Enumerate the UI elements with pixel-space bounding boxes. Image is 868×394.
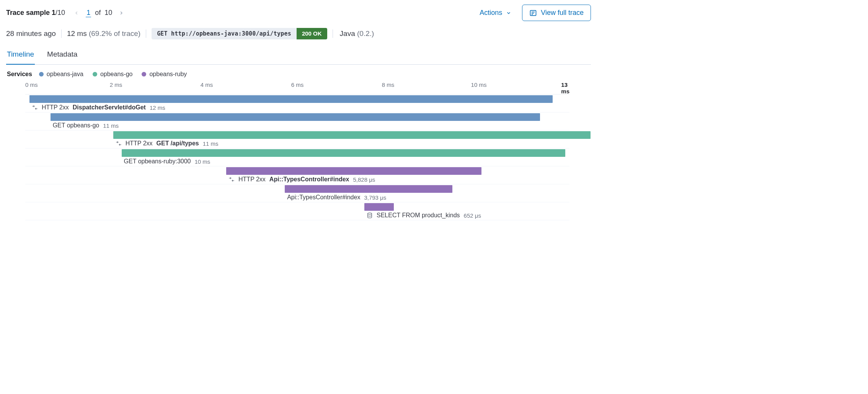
incoming-arrows-icon bbox=[228, 177, 235, 182]
chevron-down-icon bbox=[506, 10, 511, 16]
span-name: GET /api/types bbox=[157, 140, 199, 147]
title-current: 1 bbox=[52, 9, 55, 16]
span-name: DispatcherServlet#doGet bbox=[73, 104, 146, 111]
axis-tick: 2 ms bbox=[110, 81, 122, 88]
waterfall-row[interactable]: Api::TypesController#index3,793 μs bbox=[25, 184, 569, 202]
waterfall-row[interactable]: HTTP 2xxGET /api/types11 ms bbox=[25, 130, 569, 148]
meta-row: 28 minutes ago 12 ms (69.2% of trace) GE… bbox=[6, 28, 591, 39]
span-bar[interactable] bbox=[51, 113, 540, 121]
bar-track bbox=[25, 149, 569, 157]
axis-tick: 13 ms bbox=[561, 81, 569, 94]
axis-tick: 6 ms bbox=[291, 81, 304, 88]
meta-lang-ver: (0.2.) bbox=[357, 29, 374, 37]
axis-tick: 4 ms bbox=[201, 81, 213, 88]
span-name: Api::TypesController#index bbox=[269, 176, 349, 183]
header: Trace sample 1/10 1 of 10 Actions View f… bbox=[6, 5, 591, 21]
span-bar[interactable] bbox=[122, 149, 565, 157]
span-duration: 5,828 μs bbox=[353, 176, 375, 183]
waterfall-row[interactable]: SELECT FROM product_kinds652 μs bbox=[25, 202, 569, 220]
actions-dropdown[interactable]: Actions bbox=[476, 7, 515, 19]
span-bar[interactable] bbox=[29, 95, 553, 103]
pager-current[interactable]: 1 bbox=[86, 9, 91, 17]
http-status: 200 OK bbox=[297, 28, 327, 39]
legend-item[interactable]: opbeans-java bbox=[39, 71, 83, 78]
span-label-line: HTTP 2xxDispatcherServlet#doGet12 ms bbox=[25, 103, 569, 111]
header-right: Actions View full trace bbox=[476, 5, 591, 21]
span-label-line: Api::TypesController#index3,793 μs bbox=[25, 193, 569, 201]
span-name: SELECT FROM product_kinds bbox=[377, 212, 460, 219]
span-bar[interactable] bbox=[113, 131, 591, 139]
span-label-line: SELECT FROM product_kinds652 μs bbox=[25, 211, 569, 219]
axis-tick: 8 ms bbox=[382, 81, 395, 88]
pager-of-label: of bbox=[95, 9, 101, 17]
span-name: GET opbeans-ruby:3000 bbox=[124, 158, 191, 165]
meta-lang-name: Java bbox=[340, 29, 355, 37]
pager: 1 of 10 bbox=[71, 8, 127, 18]
pager-total: 10 bbox=[104, 9, 112, 17]
waterfall-row[interactable]: GET opbeans-go11 ms bbox=[25, 112, 569, 130]
span-bar[interactable] bbox=[226, 167, 481, 175]
trace-icon bbox=[529, 9, 537, 17]
span-duration: 3,793 μs bbox=[364, 194, 386, 201]
tabs: Timeline Metadata bbox=[6, 46, 591, 65]
span-label-line: GET opbeans-ruby:300010 ms bbox=[25, 157, 569, 165]
bar-track bbox=[25, 113, 569, 121]
waterfall-row[interactable]: GET opbeans-ruby:300010 ms bbox=[25, 148, 569, 166]
meta-sep bbox=[333, 29, 333, 38]
waterfall: HTTP 2xxDispatcherServlet#doGet12 msGET … bbox=[25, 94, 569, 220]
services-legend: Services opbeans-java opbeans-go opbeans… bbox=[6, 71, 591, 78]
span-bar[interactable] bbox=[364, 203, 394, 211]
span-label-line: HTTP 2xxApi::TypesController#index5,828 … bbox=[25, 175, 569, 183]
span-bar[interactable] bbox=[285, 185, 452, 193]
span-duration: 652 μs bbox=[464, 212, 481, 219]
meta-age: 28 minutes ago bbox=[6, 29, 56, 38]
span-label-line: HTTP 2xxGET /api/types11 ms bbox=[25, 139, 569, 147]
title-prefix: Trace sample bbox=[6, 9, 52, 16]
tab-timeline[interactable]: Timeline bbox=[6, 46, 35, 65]
bar-track bbox=[25, 167, 569, 175]
legend-dot-icon bbox=[39, 72, 44, 77]
axis-tick: 0 ms bbox=[25, 81, 38, 88]
header-left: Trace sample 1/10 1 of 10 bbox=[6, 8, 127, 18]
legend-dot-icon bbox=[142, 72, 146, 77]
legend-item-label: opbeans-go bbox=[100, 71, 133, 78]
legend-label: Services bbox=[7, 71, 32, 78]
span-status: HTTP 2xx bbox=[42, 104, 69, 111]
waterfall-row[interactable]: HTTP 2xxApi::TypesController#index5,828 … bbox=[25, 166, 569, 184]
span-label-line: GET opbeans-go11 ms bbox=[25, 121, 569, 129]
meta-sep bbox=[61, 29, 62, 38]
waterfall-row[interactable]: HTTP 2xxDispatcherServlet#doGet12 ms bbox=[25, 94, 569, 112]
legend-item[interactable]: opbeans-ruby bbox=[142, 71, 187, 78]
view-full-label: View full trace bbox=[541, 9, 584, 17]
span-status: HTTP 2xx bbox=[238, 176, 266, 183]
bar-track bbox=[25, 185, 569, 193]
span-duration: 11 ms bbox=[203, 140, 219, 147]
span-name: Api::TypesController#index bbox=[287, 194, 360, 201]
span-duration: 10 ms bbox=[195, 158, 210, 165]
incoming-arrows-icon bbox=[116, 141, 122, 146]
legend-item-label: opbeans-java bbox=[47, 71, 83, 78]
meta-lang: Java (0.2.) bbox=[340, 29, 374, 38]
span-duration: 11 ms bbox=[103, 122, 119, 129]
span-name: GET opbeans-go bbox=[53, 122, 100, 129]
incoming-arrows-icon bbox=[32, 105, 38, 110]
meta-sep bbox=[146, 29, 146, 38]
view-full-trace-button[interactable]: View full trace bbox=[522, 5, 591, 21]
pager-prev-button[interactable] bbox=[71, 8, 82, 18]
bar-track bbox=[25, 203, 569, 211]
svg-point-4 bbox=[368, 213, 372, 214]
http-request: GET http://opbeans-java:3000/api/types bbox=[152, 28, 297, 39]
meta-duration: 12 ms bbox=[67, 29, 87, 37]
tab-metadata[interactable]: Metadata bbox=[46, 46, 78, 65]
bar-track bbox=[25, 95, 569, 103]
title-total: /10 bbox=[55, 9, 65, 16]
legend-item-label: opbeans-ruby bbox=[149, 71, 187, 78]
pager-next-button[interactable] bbox=[116, 8, 127, 18]
axis-tick: 10 ms bbox=[471, 81, 487, 88]
trace-sample-title: Trace sample 1/10 bbox=[6, 9, 65, 17]
span-status: HTTP 2xx bbox=[126, 140, 153, 147]
legend-item[interactable]: opbeans-go bbox=[93, 71, 133, 78]
meta-pct: (69.2% of trace) bbox=[89, 29, 140, 37]
database-icon bbox=[367, 212, 373, 218]
span-duration: 12 ms bbox=[150, 104, 165, 111]
